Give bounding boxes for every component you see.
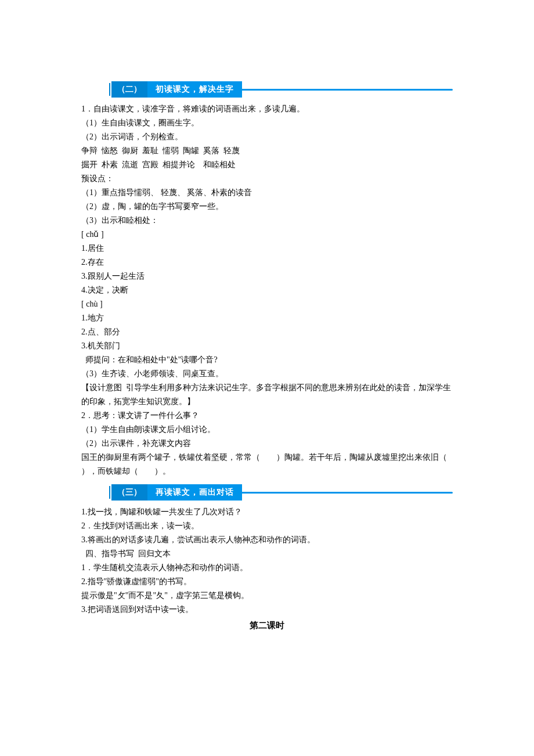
s2-line-24: 国王的御厨里有两个罐子，铁罐仗着坚硬，常常（ ）陶罐。若干年后，陶罐从废墟里挖出… <box>81 451 453 478</box>
s2-line-7: （2）虚，陶，罐的缶字书写要窄一些。 <box>81 200 453 214</box>
s3-line-2: 3.将画出的对话多读几遍，尝试画出表示人物神态和动作的词语。 <box>81 533 453 547</box>
section-2-bar <box>242 89 453 91</box>
section-2-tab: （二） <box>110 81 147 98</box>
section-3-bar <box>242 492 453 494</box>
s2-line-19: （3）生齐读、小老师领读、同桌互查。 <box>81 367 453 381</box>
s3-line-5: 2.指导"骄傲谦虚懦弱"的书写。 <box>81 575 453 589</box>
s2-line-18: 师提问：在和睦相处中"处"读哪个音? <box>81 353 453 367</box>
section-3-header: （三） 再读课文，画出对话 <box>110 484 453 501</box>
s2-line-15: 1.地方 <box>81 311 453 325</box>
s2-line-5: 预设点： <box>81 172 453 186</box>
s3-line-4: 1．学生随机交流表示人物神态和动作的词语。 <box>81 561 453 575</box>
s3-line-0: 1.找一找，陶罐和铁罐一共发生了几次对话？ <box>81 505 453 519</box>
s2-line-8: （3）出示和睦相处： <box>81 214 453 228</box>
next-lesson-heading: 第二课时 <box>81 620 453 631</box>
s2-line-17: 3.机关部门 <box>81 339 453 353</box>
s2-line-21: 2．思考：课文讲了一件什么事？ <box>81 409 453 423</box>
s3-line-6: 提示傲是"攵"而不是"夂"，虚字第三笔是横钩。 <box>81 589 453 603</box>
s2-line-9: [ chǔ ] <box>81 228 453 242</box>
section-2-header: （二） 初读课文，解决生字 <box>110 81 453 98</box>
document-content: （二） 初读课文，解决生字 1．自由读课文，读准字音，将难读的词语画出来，多读几… <box>0 0 534 666</box>
s2-line-3: 争辩 恼怒 御厨 羞耻 懦弱 陶罐 奚落 轻蔑 <box>81 144 453 158</box>
s2-line-11: 2.存在 <box>81 255 453 269</box>
s2-line-23: （2）出示课件，补充课文内容 <box>81 437 453 451</box>
s2-line-6: （1）重点指导懦弱、 轻蔑、 奚落、朴素的读音 <box>81 186 453 200</box>
s2-line-16: 2.点、部分 <box>81 325 453 339</box>
s2-line-14: [ chù ] <box>81 297 453 311</box>
s2-line-12: 3.跟别人一起生活 <box>81 269 453 283</box>
s2-line-1: （1）生自由读课文，圈画生字。 <box>81 116 453 130</box>
s3-line-1: 2．生找到对话画出来，读一读。 <box>81 519 453 533</box>
s3-line-7: 3.把词语送回到对话中读一读。 <box>81 603 453 617</box>
s2-line-10: 1.居住 <box>81 242 453 255</box>
section-3-tab: （三） <box>110 484 147 501</box>
s2-line-20: 【设计意图 引导学生利用多种方法来识记生字。多音字根据不同的意思来辨别在此处的读… <box>81 381 453 409</box>
s2-line-0: 1．自由读课文，读准字音，将难读的词语画出来，多读几遍。 <box>81 102 453 116</box>
s3-line-3: 四、指导书写 回归文本 <box>81 547 453 561</box>
s2-line-13: 4.决定，决断 <box>81 283 453 297</box>
s2-line-2: （2）出示词语，个别检查。 <box>81 130 453 144</box>
section-2-title: 初读课文，解决生字 <box>147 81 242 98</box>
s2-line-4: 掘开 朴素 流逝 宫殿 相提并论 和睦相处 <box>81 158 453 172</box>
section-3-title: 再读课文，画出对话 <box>147 484 242 501</box>
s2-line-22: （1）学生自由朗读课文后小组讨论。 <box>81 423 453 437</box>
